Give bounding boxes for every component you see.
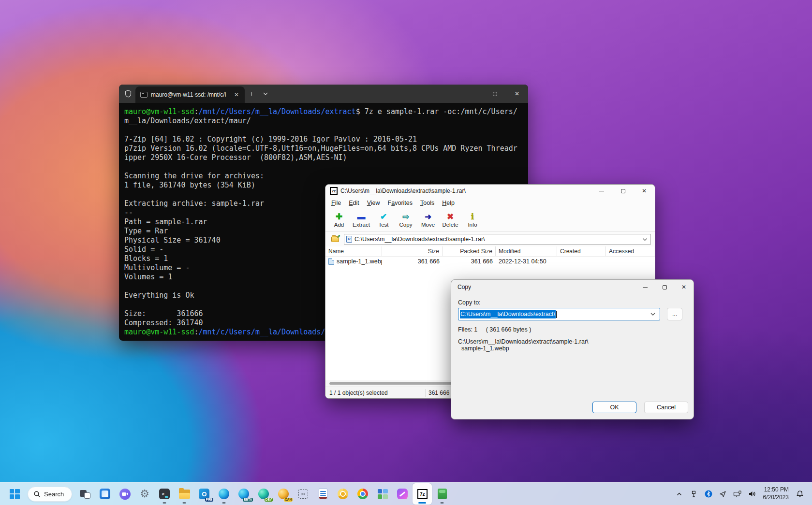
- copy-icon: ⇨: [402, 213, 409, 221]
- files-info-text: Files: 1 ( 361 666 bytes ): [458, 326, 531, 333]
- toolbar-delete-button[interactable]: ✖Delete: [440, 210, 461, 231]
- taskbar-green-app-icon[interactable]: [432, 483, 452, 505]
- taskbar-app-icons: Search⚙>_OPREBETADEVCAN✂7z: [0, 483, 452, 505]
- webp-file-icon: [328, 258, 334, 265]
- menu-bar: FileEditViewFavoritesToolsHelp: [325, 197, 655, 209]
- menu-edit[interactable]: Edit: [345, 198, 363, 208]
- toolbar-extract-button[interactable]: ▬Extract: [351, 210, 372, 231]
- sevenzip-logo-icon: 7z: [330, 187, 338, 195]
- taskbar-chrome-icon[interactable]: [353, 483, 372, 505]
- taskbar-edge-dev-icon[interactable]: DEV: [254, 483, 273, 505]
- tab-dropdown-icon[interactable]: [258, 85, 273, 103]
- tab-close-icon[interactable]: ✕: [232, 90, 241, 99]
- terminal-line: p7zip Version 16.02 (locale=C.UTF-8,Utf1…: [124, 144, 522, 153]
- system-tray: 12:50 PM 6/20/2023 z: [673, 486, 812, 502]
- delete-icon: ✖: [447, 213, 454, 221]
- taskbar-search[interactable]: Search: [28, 487, 72, 502]
- toolbar-info-button[interactable]: ℹInfo: [462, 210, 483, 231]
- taskbar-edge-canary-icon[interactable]: CAN: [274, 483, 293, 505]
- sevenzip-minimize-button[interactable]: [591, 185, 612, 197]
- taskbar-edge-icon[interactable]: [214, 483, 234, 505]
- destination-path-value: C:\Users\m__la\Downloads\extract\: [460, 310, 556, 318]
- cancel-button[interactable]: Cancel: [644, 402, 688, 413]
- source-archive-path: C:\Users\m__la\Downloads\extract\sample-…: [458, 338, 589, 345]
- tray-usb-icon[interactable]: [688, 486, 700, 502]
- terminal-tab[interactable]: mauro@vm-w11-ssd: /mnt/c/l ✕: [135, 87, 245, 103]
- sevenzip-maximize-button[interactable]: [612, 185, 634, 197]
- file-cell: 361 666: [382, 258, 443, 265]
- column-header-accessed[interactable]: Accessed: [606, 246, 654, 256]
- copy-dialog-titlebar: Copy ✕: [451, 280, 694, 294]
- file-cell: 2022-12-31 04:50: [496, 258, 557, 265]
- terminal-maximize-button[interactable]: [484, 85, 506, 103]
- terminal-line: ipper 2950X 16-Core Processor (800F82),A…: [124, 153, 522, 162]
- running-indicator: [441, 502, 444, 504]
- taskbar-paint-icon[interactable]: [393, 483, 412, 505]
- up-arrow-icon: ➚: [337, 234, 340, 239]
- notification-bell-z-icon[interactable]: z: [794, 486, 806, 502]
- menu-tools[interactable]: Tools: [416, 198, 438, 208]
- taskbar-seven-zip-icon[interactable]: 7z: [413, 483, 432, 505]
- add-icon: ✚: [336, 213, 342, 221]
- toolbar-add-button[interactable]: ✚Add: [328, 210, 350, 231]
- terminal-minimize-button[interactable]: [461, 85, 484, 103]
- taskbar-terminal-icon[interactable]: >_: [155, 483, 174, 505]
- taskbar-paint-dotnet-icon[interactable]: [373, 483, 392, 505]
- browse-button[interactable]: ...: [667, 308, 682, 320]
- taskbar-file-explorer-icon[interactable]: [175, 483, 194, 505]
- ok-button[interactable]: OK: [592, 402, 636, 413]
- toolbar-test-button[interactable]: ✔Test: [373, 210, 394, 231]
- column-header-packed-size[interactable]: Packed Size: [443, 246, 496, 256]
- taskbar-widgets-icon[interactable]: [95, 483, 115, 505]
- taskbar-snipping-tool-icon[interactable]: ✂: [294, 483, 313, 505]
- badge-beta: BETA: [243, 498, 253, 502]
- taskbar-notepad-icon[interactable]: [313, 483, 333, 505]
- column-header-name[interactable]: Name: [325, 246, 382, 256]
- toolbar-move-button[interactable]: ➜Move: [417, 210, 439, 231]
- taskbar-start-button[interactable]: [5, 483, 24, 505]
- running-indicator: [222, 502, 226, 504]
- combobox-dropdown-icon[interactable]: [648, 312, 658, 317]
- badge-can: CAN: [284, 498, 293, 502]
- destination-combobox[interactable]: C:\Users\m__la\Downloads\extract\: [458, 308, 660, 320]
- taskbar-settings-icon[interactable]: ⚙: [135, 483, 154, 505]
- tray-location-icon[interactable]: [717, 486, 729, 502]
- taskbar-task-view-icon[interactable]: [75, 483, 95, 505]
- menu-view[interactable]: View: [363, 198, 384, 208]
- taskbar-outlook-icon[interactable]: OPRE: [194, 483, 214, 505]
- tray-bluetooth-icon[interactable]: [702, 486, 715, 502]
- terminal-line: [124, 126, 522, 135]
- terminal-titlebar: mauro@vm-w11-ssd: /mnt/c/l ✕ + ✕: [119, 85, 528, 103]
- test-icon: ✔: [380, 213, 387, 221]
- admin-shield-icon: [119, 85, 135, 103]
- tray-chevron-up-icon[interactable]: [673, 486, 686, 502]
- address-path: C:\Users\m__la\Downloads\extract\sample-…: [354, 236, 639, 243]
- running-indicator: [418, 502, 426, 504]
- badge-pre: PRE: [205, 498, 213, 502]
- column-header-modified[interactable]: Modified: [496, 246, 557, 256]
- new-tab-button[interactable]: +: [245, 85, 258, 103]
- dialog-minimize-button[interactable]: [635, 280, 655, 294]
- tray-monitor-icon[interactable]: [731, 486, 744, 502]
- tray-volume-icon[interactable]: [746, 486, 758, 502]
- column-header-created[interactable]: Created: [557, 246, 606, 256]
- folder-up-button[interactable]: ➚: [329, 234, 341, 245]
- sevenzip-close-button[interactable]: ✕: [634, 185, 655, 197]
- toolbar-copy-button[interactable]: ⇨Copy: [395, 210, 416, 231]
- dialog-close-button[interactable]: ✕: [674, 280, 694, 294]
- dialog-maximize-button[interactable]: [655, 280, 674, 294]
- taskbar-chat-icon[interactable]: [115, 483, 134, 505]
- taskbar-edge-beta-icon[interactable]: BETA: [234, 483, 253, 505]
- address-dropdown-icon[interactable]: [641, 237, 649, 242]
- archive-file-icon: [346, 236, 352, 243]
- menu-file[interactable]: File: [327, 198, 345, 208]
- taskbar-chrome-canary-icon[interactable]: [333, 483, 353, 505]
- taskbar-clock[interactable]: 12:50 PM 6/20/2023: [760, 486, 792, 501]
- menu-help[interactable]: Help: [438, 198, 458, 208]
- column-header-size[interactable]: Size: [382, 246, 443, 256]
- menu-favorites[interactable]: Favorites: [384, 198, 416, 208]
- address-field[interactable]: C:\Users\m__la\Downloads\extract\sample-…: [344, 234, 651, 245]
- file-row[interactable]: sample-1_1.webp361 666361 6662022-12-31 …: [325, 257, 655, 266]
- terminal-close-button[interactable]: ✕: [506, 85, 528, 103]
- badge-dev: DEV: [265, 498, 273, 502]
